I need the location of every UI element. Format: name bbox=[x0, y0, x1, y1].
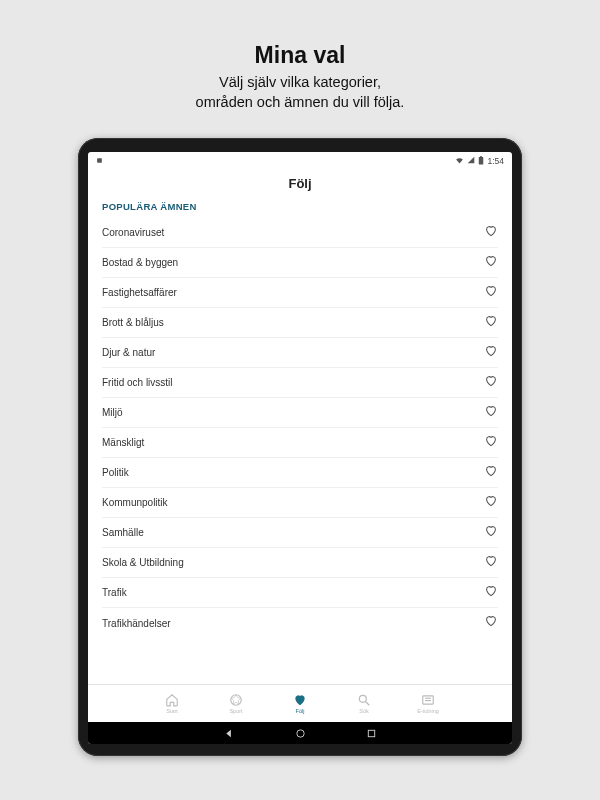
list-item[interactable]: Trafik bbox=[102, 578, 498, 608]
topic-label: Samhälle bbox=[102, 527, 144, 538]
promo-subtitle-line1: Välj själv vilka kategorier, bbox=[196, 73, 405, 93]
favorite-heart-icon[interactable] bbox=[484, 314, 498, 332]
tab-search[interactable]: Sök bbox=[347, 693, 381, 714]
list-item[interactable]: Politik bbox=[102, 458, 498, 488]
promo-subtitle-line2: områden och ämnen du vill följa. bbox=[196, 93, 405, 113]
topic-label: Coronaviruset bbox=[102, 227, 164, 238]
tab-bar: Start Sport Följ Sök bbox=[88, 684, 512, 722]
list-item[interactable]: Coronaviruset bbox=[102, 218, 498, 248]
tab-epaper[interactable]: E-tidning bbox=[411, 693, 445, 714]
newspaper-icon bbox=[421, 693, 435, 707]
status-clock: 1:54 bbox=[487, 156, 504, 166]
list-item[interactable]: Miljö bbox=[102, 398, 498, 428]
list-item[interactable]: Fastighetsaffärer bbox=[102, 278, 498, 308]
favorite-heart-icon[interactable] bbox=[484, 284, 498, 302]
android-nav-bar bbox=[88, 722, 512, 744]
tablet-frame: 1:54 Följ POPULÄRA ÄMNEN CoronavirusetBo… bbox=[78, 138, 522, 756]
list-item[interactable]: Fritid och livsstil bbox=[102, 368, 498, 398]
list-item[interactable]: Samhälle bbox=[102, 518, 498, 548]
sport-icon bbox=[229, 693, 243, 707]
nav-back-button[interactable] bbox=[224, 728, 235, 739]
list-item[interactable]: Trafikhändelser bbox=[102, 608, 498, 638]
nav-home-button[interactable] bbox=[295, 728, 306, 739]
favorite-heart-icon[interactable] bbox=[484, 464, 498, 482]
topic-label: Mänskligt bbox=[102, 437, 144, 448]
list-item[interactable]: Djur & natur bbox=[102, 338, 498, 368]
tab-sport[interactable]: Sport bbox=[219, 693, 253, 714]
topic-label: Skola & Utbildning bbox=[102, 557, 184, 568]
topic-label: Miljö bbox=[102, 407, 123, 418]
svg-rect-2 bbox=[481, 156, 483, 157]
topic-label: Brott & blåljus bbox=[102, 317, 164, 328]
svg-point-4 bbox=[359, 695, 366, 702]
list-item[interactable]: Mänskligt bbox=[102, 428, 498, 458]
section-header: POPULÄRA ÄMNEN bbox=[102, 201, 498, 212]
svg-rect-1 bbox=[479, 157, 484, 165]
topic-label: Kommunpolitik bbox=[102, 497, 168, 508]
favorite-heart-icon[interactable] bbox=[484, 584, 498, 602]
topic-label: Politik bbox=[102, 467, 129, 478]
wifi-icon bbox=[455, 156, 464, 167]
favorite-heart-icon[interactable] bbox=[484, 614, 498, 632]
favorite-heart-icon[interactable] bbox=[484, 524, 498, 542]
topic-label: Djur & natur bbox=[102, 347, 155, 358]
favorite-heart-icon[interactable] bbox=[484, 434, 498, 452]
tab-label: Sök bbox=[359, 708, 368, 714]
tab-home[interactable]: Start bbox=[155, 693, 189, 714]
svg-rect-10 bbox=[368, 730, 374, 736]
search-icon bbox=[357, 693, 371, 707]
heart-icon bbox=[293, 693, 307, 707]
tab-label: Start bbox=[166, 708, 178, 714]
status-bar-left bbox=[96, 157, 103, 166]
screen: 1:54 Följ POPULÄRA ÄMNEN CoronavirusetBo… bbox=[88, 152, 512, 744]
content-area: POPULÄRA ÄMNEN CoronavirusetBostad & byg… bbox=[88, 201, 512, 684]
signal-icon bbox=[467, 156, 475, 166]
promo-block: Mina val Välj själv vilka kategorier, om… bbox=[196, 42, 405, 112]
topic-label: Fritid och livsstil bbox=[102, 377, 173, 388]
topic-label: Trafikhändelser bbox=[102, 618, 171, 629]
favorite-heart-icon[interactable] bbox=[484, 494, 498, 512]
topic-label: Fastighetsaffärer bbox=[102, 287, 177, 298]
svg-point-9 bbox=[296, 729, 303, 736]
status-bar-right: 1:54 bbox=[455, 156, 504, 167]
favorite-heart-icon[interactable] bbox=[484, 374, 498, 392]
favorite-heart-icon[interactable] bbox=[484, 344, 498, 362]
list-item[interactable]: Brott & blåljus bbox=[102, 308, 498, 338]
topic-list: CoronavirusetBostad & byggenFastighetsaf… bbox=[102, 218, 498, 638]
favorite-heart-icon[interactable] bbox=[484, 554, 498, 572]
list-item[interactable]: Kommunpolitik bbox=[102, 488, 498, 518]
status-bar: 1:54 bbox=[88, 152, 512, 170]
svg-rect-0 bbox=[97, 158, 102, 163]
favorite-heart-icon[interactable] bbox=[484, 224, 498, 242]
tab-label: E-tidning bbox=[417, 708, 439, 714]
svg-line-5 bbox=[366, 702, 370, 706]
page-title: Följ bbox=[88, 170, 512, 201]
home-icon bbox=[165, 693, 179, 707]
promo-title: Mina val bbox=[196, 42, 405, 69]
notification-icon bbox=[96, 157, 103, 166]
list-item[interactable]: Skola & Utbildning bbox=[102, 548, 498, 578]
topic-label: Trafik bbox=[102, 587, 127, 598]
tab-label: Sport bbox=[229, 708, 242, 714]
topic-label: Bostad & byggen bbox=[102, 257, 178, 268]
tab-label: Följ bbox=[296, 708, 305, 714]
favorite-heart-icon[interactable] bbox=[484, 254, 498, 272]
svg-point-3 bbox=[231, 695, 242, 706]
nav-recent-button[interactable] bbox=[366, 728, 377, 739]
favorite-heart-icon[interactable] bbox=[484, 404, 498, 422]
tab-follow[interactable]: Följ bbox=[283, 693, 317, 714]
list-item[interactable]: Bostad & byggen bbox=[102, 248, 498, 278]
battery-icon bbox=[478, 156, 484, 167]
